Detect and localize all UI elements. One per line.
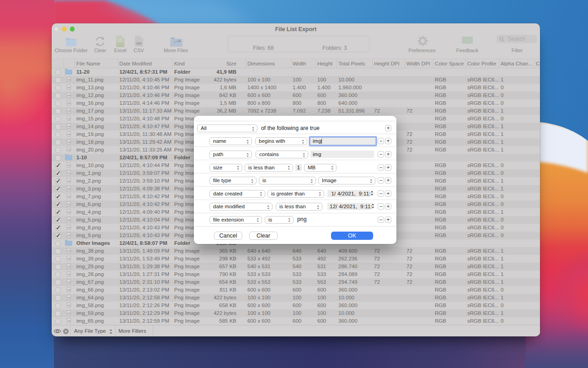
svg-text:!!: !! xyxy=(466,39,468,42)
svg-text:CSV: CSV xyxy=(136,42,141,45)
